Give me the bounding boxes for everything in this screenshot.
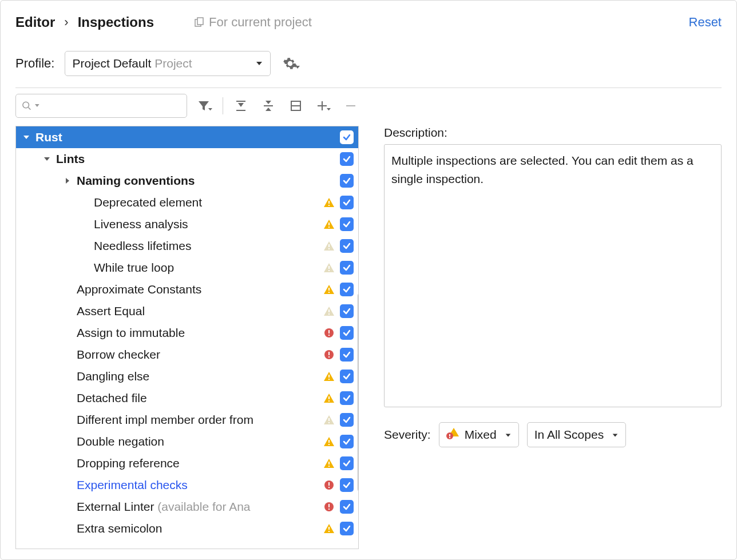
chevron-down-icon[interactable] [41,155,53,163]
tree-label: Experimental checks [77,474,188,495]
inspections-tree[interactable]: RustLintsNaming conventionsDeprecated el… [15,126,359,549]
breadcrumb-root[interactable]: Editor [15,14,55,30]
mixed-severity-icon [446,427,459,443]
scrollbar[interactable] [358,292,359,493]
svg-rect-26 [328,335,330,336]
checkbox[interactable] [340,152,354,166]
breadcrumb-current: Inspections [78,14,154,30]
tree-row-naming[interactable]: Naming conventions [16,170,358,192]
svg-rect-50 [449,437,450,438]
svg-point-2 [23,102,29,108]
svg-rect-1 [197,18,203,25]
tree-row[interactable]: Double negation [16,431,358,452]
checkbox[interactable] [340,413,354,427]
add-button[interactable] [314,96,333,116]
search-input-wrapper[interactable] [15,94,187,118]
tree-row-rust[interactable]: Rust [16,126,358,148]
checkbox[interactable] [340,326,354,340]
checkbox[interactable] [340,370,354,383]
checkbox[interactable] [340,456,354,470]
profile-settings-button[interactable] [281,53,302,74]
checkbox[interactable] [340,348,354,362]
reset-defaults-button[interactable] [286,96,306,116]
svg-rect-42 [328,487,330,488]
tree-label: Dangling else [77,366,149,387]
scope-select[interactable]: In All Scopes [527,422,626,447]
svg-rect-13 [328,205,330,206]
svg-rect-45 [328,509,330,510]
tree-row[interactable]: Different impl member order from [16,409,358,431]
svg-rect-23 [328,313,330,315]
tree-row[interactable]: Experimental checks [16,474,358,496]
tree-row[interactable]: Dropping reference [16,452,358,474]
tree-row[interactable]: Assert Equal [16,300,358,322]
collapse-all-button[interactable] [259,96,278,116]
svg-rect-15 [328,227,330,228]
expand-all-button[interactable] [231,96,251,116]
checkbox[interactable] [340,174,354,188]
svg-line-3 [29,108,31,110]
tree-row-lints[interactable]: Lints [16,148,358,170]
description-label: Description: [384,126,722,140]
tree-label: Borrow checker [77,344,160,365]
tree-row[interactable]: Dangling else [16,366,358,387]
checkbox[interactable] [340,304,354,318]
svg-rect-44 [328,504,330,507]
svg-rect-47 [328,531,330,532]
svg-rect-33 [328,400,330,402]
tree-row[interactable]: Borrow checker [16,344,358,366]
chevron-down-icon[interactable] [21,133,32,141]
tree-row[interactable]: Deprecated element [16,192,358,213]
severity-label: Severity: [384,428,431,442]
checkbox[interactable] [340,478,354,492]
checkbox[interactable] [340,435,354,448]
checkbox[interactable] [340,196,354,209]
checkbox[interactable] [340,283,354,296]
tree-row[interactable]: Approximate Constants [16,279,358,300]
scope-value: In All Scopes [534,428,604,442]
tree-row[interactable]: While true loop [16,257,358,279]
svg-rect-35 [328,422,330,423]
tree-row[interactable]: Needless lifetimes [16,235,358,257]
severity-weak-icon [323,414,335,426]
tree-label: Approximate Constants [77,279,201,300]
severity-icon-placeholder [323,153,335,165]
tree-label: Lints [56,148,85,169]
tree-row[interactable]: Detached file [16,387,358,409]
checkbox[interactable] [340,391,354,405]
chevron-right-icon[interactable] [62,177,73,185]
search-input[interactable] [43,99,181,113]
checkbox[interactable] [340,500,354,514]
severity-error-icon [323,479,335,491]
svg-rect-46 [328,527,330,530]
filter-button[interactable] [195,96,215,116]
severity-weak-icon [323,240,335,252]
svg-rect-22 [328,309,330,312]
remove-button[interactable] [341,96,360,116]
checkbox[interactable] [340,130,354,144]
checkbox[interactable] [340,217,354,231]
collapse-all-icon [262,100,275,112]
severity-select[interactable]: Mixed [439,422,519,447]
svg-rect-29 [328,356,330,358]
reset-link[interactable]: Reset [689,15,722,30]
tree-row[interactable]: Extra semicolon [16,518,358,539]
tree-label: Different impl member order from [77,409,253,430]
checkbox[interactable] [340,522,354,535]
svg-rect-36 [328,440,330,443]
severity-warn-icon [323,435,335,448]
profile-scope: Project [154,57,192,70]
svg-rect-38 [328,462,330,464]
tree-row[interactable]: Assign to immutable [16,322,358,344]
scrollbar-thumb[interactable] [358,292,359,493]
svg-rect-12 [328,201,330,204]
tree-row[interactable]: External Linter (available for Ana [16,496,358,518]
profile-select[interactable]: Project Default Project [65,51,271,76]
svg-rect-39 [328,466,330,467]
severity-value: Mixed [465,428,497,442]
svg-rect-30 [328,375,330,378]
tree-row[interactable]: Liveness analysis [16,213,358,235]
checkbox[interactable] [340,261,354,275]
svg-rect-28 [328,352,330,355]
checkbox[interactable] [340,239,354,253]
